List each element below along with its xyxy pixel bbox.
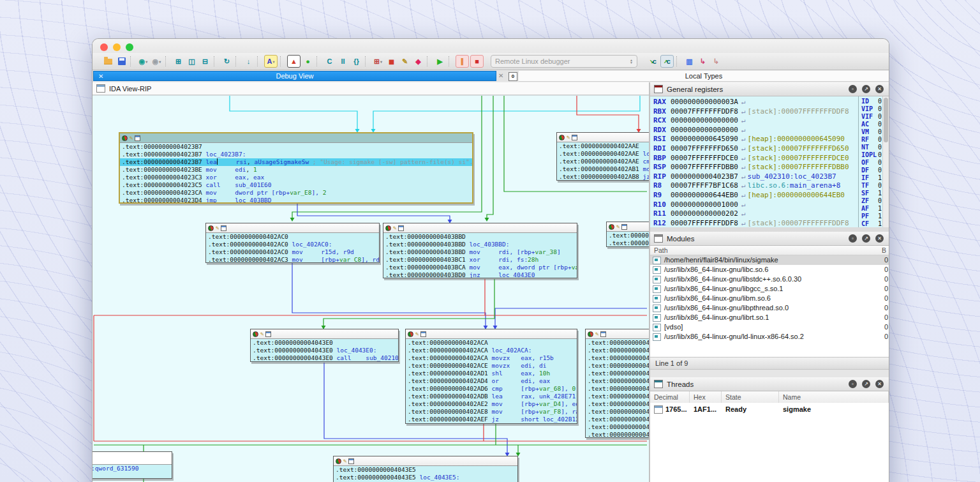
text-options-icon[interactable]: A▾ — [264, 55, 278, 68]
sphere-icon[interactable]: ● — [302, 56, 314, 67]
module-row[interactable]: /usr/lib/x86_64-linux-gnu/ld-linux-x86-6… — [650, 332, 889, 342]
jump-address-icon[interactable]: ◉▾ — [137, 56, 149, 67]
register-row[interactable]: RBP00007FFFFFFFDCE0↵[stack]:00007FFFFFFF… — [653, 154, 858, 163]
open-file-icon[interactable] — [102, 56, 114, 67]
register-row[interactable]: RSP00007FFFFFFFDBB0↵[stack]:00007FFFFFFF… — [653, 163, 858, 172]
modules-column-header[interactable]: Path B — [650, 246, 889, 255]
breakpoint-icon[interactable] — [385, 225, 391, 231]
disasm-line[interactable]: .text:00000000004023B7 loc_4023B7: — [120, 151, 472, 158]
flag-row[interactable]: VM0 — [861, 128, 883, 136]
breakpoint-icon[interactable] — [609, 224, 614, 230]
edit-icon[interactable]: ✎ — [415, 331, 419, 337]
register-row[interactable]: RSI0000000000645090↵[heap]:0000000000645… — [653, 135, 858, 144]
disasm-line[interactable]: .text:000000000040 — [586, 416, 649, 423]
registers-scrollbar[interactable] — [882, 96, 889, 227]
chart-icon[interactable] — [398, 225, 404, 231]
breakpoint-icon[interactable]: ◼ — [385, 56, 397, 67]
follow-value-icon[interactable]: ↵ — [741, 144, 746, 153]
float-panel-button[interactable]: ↗ — [862, 234, 870, 243]
flag-row[interactable]: OF0 — [861, 159, 883, 167]
module-row[interactable]: /usr/lib/x86_64-linux-gnu/libpthread.so.… — [650, 303, 889, 313]
ida-view-header[interactable]: IDA View-RIP — [93, 82, 649, 95]
flag-row[interactable]: RF0 — [861, 136, 883, 144]
follow-value-icon[interactable]: ↵ — [741, 135, 746, 143]
follow-value-icon[interactable]: ↵ — [741, 191, 746, 199]
chart-icon[interactable] — [221, 225, 226, 231]
disasm-line[interactable]: .text:000000000040 — [586, 339, 649, 347]
follow-value-icon[interactable]: ↵ — [741, 200, 746, 209]
threads-panel-header[interactable]: Threads ▫ ↗ ✕ — [650, 377, 889, 391]
disasm-line[interactable]: .text:0000000000403BCA mov eax, dword pt… — [383, 264, 577, 271]
flag-row[interactable]: ID0 — [861, 98, 883, 105]
flag-row[interactable]: PF1 — [861, 213, 883, 220]
breakpoint-icon[interactable] — [208, 225, 214, 231]
disasm-line[interactable]: .text:000000000040 — [586, 408, 649, 416]
register-row[interactable]: R800007FFFF7BF1C68↵libc.so.6:main_arena+… — [653, 181, 858, 191]
disasm-line[interactable]: .text:000000000040 — [586, 377, 649, 385]
disasm-line[interactable]: .text:0000000000403BBD mov rdi, [rbp+var… — [383, 248, 577, 256]
tab-debug-view[interactable]: ✕ Debug View — [93, 71, 496, 81]
disasm-line[interactable]: .text:0000000000402ADB lea rax, unk_428E… — [406, 393, 577, 400]
edit-icon[interactable]: ✎ — [567, 135, 570, 140]
names-window-icon[interactable]: ◫ — [186, 56, 198, 67]
follow-value-icon[interactable]: ↵ — [741, 209, 746, 218]
module-row[interactable]: /usr/lib/x86_64-linux-gnu/libc.so.60 — [650, 265, 889, 275]
pane-badge-icon[interactable]: 0 — [509, 72, 517, 81]
exit-view-icon[interactable]: ⊟ — [199, 56, 211, 67]
register-row[interactable]: RBX00007FFFFFFFDDF8↵[stack]:00007FFFFFFF… — [653, 107, 858, 117]
breakpoint-list-icon[interactable]: ⊞▾ — [372, 56, 384, 67]
disasm-line[interactable]: .text:0000000000402AD4 or edi, eax — [406, 377, 577, 385]
disasm-line[interactable]: .text:00000000004023D4 jmp loc_403BBD — [120, 197, 472, 204]
panel-splitter[interactable] — [650, 370, 889, 377]
disasm-line[interactable]: .text:0000000000402AD1 shl eax, 10h — [406, 370, 577, 377]
block-402ACA[interactable]: ✎.text:0000000000402ACA.text:00000000004… — [405, 329, 577, 424]
step-into-icon[interactable]: ↘c — [647, 56, 659, 67]
disasm-line[interactable]: .text:00000000004023B7 — [120, 143, 472, 151]
disasm-line[interactable]: .text:0000000000402AB1 mov — [557, 165, 649, 173]
thread-row[interactable]: 1765...1AF1...Readysigmake — [650, 403, 889, 416]
save-file-icon[interactable] — [115, 56, 128, 67]
trace-into-icon[interactable]: ↳ — [697, 56, 709, 67]
step-over-icon[interactable]: ↗c — [660, 55, 674, 68]
breakpoint-icon[interactable] — [336, 458, 341, 464]
disasm-line[interactable]: .text:0000000000402AD6 cmp [rbp+var_68],… — [406, 385, 577, 393]
chart-icon[interactable] — [420, 331, 426, 337]
disasm-line[interactable]: .text:0000000000402AB8 jz — [557, 173, 649, 181]
flag-row[interactable]: AC0 — [861, 121, 883, 128]
disasm-line[interactable]: .text:0000000000402AEF jz short loc_402B… — [406, 416, 577, 423]
block-header[interactable]: ✎ — [607, 222, 649, 232]
edit-breakpoint-icon[interactable]: ✎ — [399, 56, 411, 67]
disasm-line[interactable]: .text:0000000000402AC3 mov [rbp+var_C8],… — [206, 256, 379, 263]
disasm-line[interactable]: .text:0000000000403BBD — [383, 233, 577, 241]
disasm-line[interactable]: .text:000000000040 — [586, 385, 649, 393]
disasm-line[interactable]: .text:0000000000402AAE loc_402AAE: — [557, 150, 649, 158]
flag-row[interactable]: VIP0 — [861, 105, 883, 113]
chart-icon[interactable] — [348, 458, 354, 464]
module-row[interactable]: /usr/lib/x86_64-linux-gnu/libgcc_s.so.10 — [650, 284, 889, 294]
scrollbar-thumb[interactable] — [884, 98, 888, 142]
register-row[interactable]: RDX0000000000000000↵ — [653, 126, 858, 135]
graph-view[interactable]: ✎.text:00000000004023B7.text:00000000004… — [93, 95, 649, 482]
modules-panel-header[interactable]: Modules ▫ ↗ ✕ — [650, 232, 889, 246]
follow-value-icon[interactable]: ↵ — [741, 154, 746, 162]
dock-panel-button[interactable]: ▫ — [849, 85, 857, 93]
disasm-line[interactable]: .text:0000000000403BBD loc_403BBD: — [383, 241, 577, 248]
disasm-line[interactable]: .text:00000000004043E0 loc_4043E0: — [251, 347, 398, 354]
stop-process-icon[interactable]: ■ — [470, 55, 484, 68]
disasm-line[interactable]: .text:0000000000402ACA movzx eax, r15b — [406, 354, 577, 362]
float-panel-button[interactable]: ↗ — [862, 85, 870, 93]
disasm-line[interactable]: .text:0000000000402AE2 mov [rbp+var_D4],… — [406, 400, 577, 408]
calls-window-icon[interactable]: C — [323, 56, 336, 67]
disasm-line[interactable]: .text:0000000000402AC0 mov r15d, r9d — [206, 248, 379, 256]
follow-value-icon[interactable]: ↵ — [741, 163, 746, 171]
flag-row[interactable]: IOPL0 — [861, 151, 883, 159]
pause-process-icon[interactable]: ∥ — [456, 55, 469, 68]
module-row[interactable]: [vdso]0 — [650, 322, 889, 332]
flag-row[interactable]: AF1 — [861, 205, 883, 213]
tab-local-types[interactable]: Local Types — [519, 71, 889, 82]
jump-down-icon[interactable]: ↓ — [242, 56, 255, 67]
close-panel-button[interactable]: ✕ — [875, 234, 884, 243]
block-header[interactable]: ✎ — [406, 329, 577, 339]
stack-window-icon[interactable]: II — [337, 56, 349, 67]
watch-icon[interactable]: ◆ — [412, 56, 424, 67]
